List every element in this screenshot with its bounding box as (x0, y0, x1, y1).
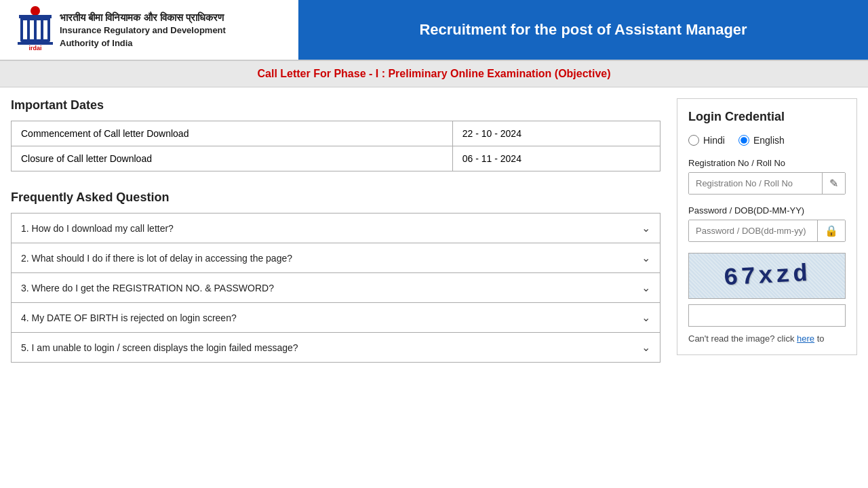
reg-no-input[interactable] (689, 173, 822, 194)
faq-question-4: 4. My DATE OF BIRTH is rejected on login… (21, 312, 237, 323)
edit-icon[interactable]: ✎ (822, 173, 845, 194)
svg-point-0 (31, 6, 40, 16)
hindi-label: Hindi (703, 135, 725, 146)
faq-item-2[interactable]: 2. What should I do if there is lot of d… (11, 243, 660, 273)
faq-list: 1. How do I download my call letter? ⌄ 2… (11, 213, 660, 363)
header-hindi-title: भारतीय बीमा विनियामक और विकास प्राधिकरण (60, 10, 226, 24)
captcha-input-wrapper (688, 304, 846, 327)
faq-item-5[interactable]: 5. I am unable to login / screen display… (11, 332, 660, 363)
captcha-refresh-link[interactable]: here (797, 333, 814, 344)
cant-read-prefix: Can't read the image? click (688, 333, 794, 344)
reg-no-input-wrapper: ✎ (688, 172, 846, 195)
cant-read-text: Can't read the image? click here to (688, 333, 846, 344)
svg-rect-3 (30, 20, 34, 39)
header-left: irdai भारतीय बीमा विनियामक और विकास प्रा… (0, 0, 298, 60)
language-selection: Hindi English (688, 135, 846, 146)
captcha-box: 67xzd (688, 253, 846, 327)
hindi-option[interactable]: Hindi (688, 135, 725, 146)
faq-question-5: 5. I am unable to login / screen display… (21, 342, 298, 353)
captcha-text: 67xzd (723, 260, 811, 292)
right-panel: Login Credential Hindi English Registrat… (671, 98, 868, 362)
svg-text:irdai: irdai (28, 45, 41, 52)
important-dates-title: Important Dates (11, 98, 660, 113)
login-panel: Login Credential Hindi English Registrat… (677, 98, 857, 355)
faq-item-4[interactable]: 4. My DATE OF BIRTH is rejected on login… (11, 302, 660, 333)
svg-rect-2 (23, 20, 27, 39)
date-label-1: Commencement of Call letter Download (12, 121, 453, 146)
irdai-logo: irdai (11, 5, 60, 54)
header-text: भारतीय बीमा विनियामक और विकास प्राधिकरण … (60, 10, 226, 49)
sub-header: Call Letter For Phase - I : Preliminary … (0, 61, 868, 87)
faq-chevron-2: ⌄ (642, 251, 650, 264)
english-option[interactable]: English (738, 135, 785, 146)
captcha-input[interactable] (689, 305, 845, 326)
main-container: Important Dates Commencement of Call let… (0, 87, 868, 373)
date-label-2: Closure of Call letter Download (12, 146, 453, 171)
reg-no-label: Registration No / Roll No (688, 158, 846, 168)
faq-question-1: 1. How do I download my call letter? (21, 223, 174, 234)
faq-chevron-5: ⌄ (642, 341, 650, 354)
recruitment-title: Recruitment for the post of Assistant Ma… (419, 21, 747, 39)
faq-chevron-1: ⌄ (642, 222, 650, 235)
english-radio[interactable] (738, 135, 749, 146)
dates-table: Commencement of Call letter Download 22 … (11, 121, 660, 171)
faq-question-2: 2. What should I do if there is lot of d… (21, 253, 292, 264)
cant-read-suffix: to (817, 333, 825, 344)
header-english-title: Insurance Regulatory and DevelopmentAuth… (60, 24, 226, 49)
english-label: English (753, 135, 785, 146)
password-input-wrapper: 🔒 (688, 220, 846, 242)
login-panel-title: Login Credential (688, 110, 846, 124)
faq-title: Frequently Asked Question (11, 190, 660, 205)
faq-question-3: 3. Where do I get the REGISTRATION NO. &… (21, 283, 274, 293)
password-input[interactable] (689, 220, 817, 241)
table-row: Closure of Call letter Download 06 - 11 … (12, 146, 660, 171)
faq-item-3[interactable]: 3. Where do I get the REGISTRATION NO. &… (11, 272, 660, 303)
date-value-1: 22 - 10 - 2024 (452, 121, 660, 146)
captcha-image: 67xzd (688, 253, 846, 299)
password-label: Password / DOB(DD-MM-YY) (688, 205, 846, 216)
header-right: Recruitment for the post of Assistant Ma… (298, 0, 868, 60)
hindi-radio[interactable] (688, 135, 699, 146)
date-value-2: 06 - 11 - 2024 (452, 146, 660, 171)
svg-rect-6 (19, 15, 52, 18)
faq-item-1[interactable]: 1. How do I download my call letter? ⌄ (11, 213, 660, 243)
faq-chevron-4: ⌄ (642, 311, 650, 324)
table-row: Commencement of Call letter Download 22 … (12, 121, 660, 146)
registration-group: Registration No / Roll No ✎ (688, 158, 846, 195)
sub-header-text: Call Letter For Phase - I : Preliminary … (257, 68, 610, 79)
svg-rect-5 (43, 20, 47, 39)
page-header: irdai भारतीय बीमा विनियामक और विकास प्रा… (0, 0, 868, 61)
lock-icon: 🔒 (817, 220, 845, 241)
left-panel: Important Dates Commencement of Call let… (0, 98, 671, 362)
password-group: Password / DOB(DD-MM-YY) 🔒 (688, 205, 846, 242)
faq-chevron-3: ⌄ (642, 281, 650, 294)
svg-rect-4 (37, 20, 41, 39)
